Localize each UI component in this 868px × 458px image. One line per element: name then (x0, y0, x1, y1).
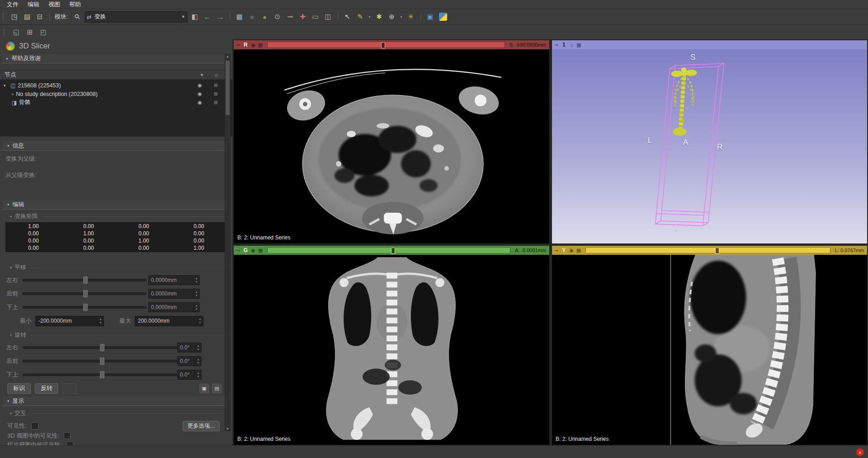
module-search-icon[interactable]: ⚲ (70, 9, 85, 24)
value-spinbox[interactable]: 0.0° ▴▾ (177, 370, 202, 380)
transform-column-icon[interactable]: ⊞ (214, 100, 218, 105)
chevron-down-icon[interactable]: ▼ (179, 12, 185, 22)
spin-up-icon[interactable]: ▴ (198, 371, 199, 375)
capture-view-icon[interactable]: ⊞ (24, 27, 35, 38)
matrix-cell[interactable]: 1.00 (171, 244, 226, 252)
translation-subsection[interactable]: ▾ 平移 (5, 264, 228, 271)
identity-button[interactable]: 标识 (7, 383, 31, 394)
tree-row-patient[interactable]: ▾ ◫ 215608 (225453) ◉ ⊞ (0, 81, 232, 90)
rotation-subsection[interactable]: ▾ 旋转 (5, 331, 228, 339)
matrix-cell[interactable]: 0.00 (171, 237, 226, 244)
menu-item[interactable]: 编辑 (24, 0, 43, 9)
matrix-cell[interactable]: 0.00 (6, 230, 61, 237)
spin-buttons[interactable]: ▴▾ (195, 370, 201, 379)
display-section-header[interactable]: ▾ 显示 (3, 396, 230, 406)
more-options-button[interactable]: 更多选项... (183, 421, 220, 431)
screenshot-icon[interactable]: ⊙ (272, 11, 283, 22)
scene-view-icon[interactable]: ◱ (11, 27, 22, 38)
tree-expand-icon[interactable]: ▾ (4, 83, 8, 88)
matrix-cell[interactable]: 0.00 (61, 244, 116, 252)
spin-buttons[interactable]: ▴▾ (193, 289, 199, 298)
matrix-cell[interactable]: 0.00 (171, 223, 226, 230)
matrix-cell[interactable]: 0.00 (116, 244, 171, 252)
matrix-cell[interactable]: 1.00 (116, 237, 171, 244)
spin-buttons[interactable]: ▴▾ (197, 316, 203, 326)
module-forward-icon[interactable]: → (215, 11, 226, 22)
slider-track[interactable] (23, 306, 146, 309)
visibility-eye-icon[interactable]: ◉ (198, 91, 202, 97)
visibility-checkbox[interactable] (31, 422, 38, 429)
nodes-filter-dropdown-icon[interactable]: ▾ (201, 72, 203, 78)
window-level-icon[interactable]: ◫ (323, 11, 334, 22)
slider-handle[interactable] (100, 371, 104, 378)
coronal-slice-canvas[interactable]: B: 2: Unnamed Series (234, 255, 549, 445)
slice-offset-handle[interactable] (391, 248, 395, 254)
scrollbar-thumb[interactable] (226, 61, 230, 115)
pin-icon[interactable]: ⊸ (236, 42, 240, 48)
spin-up-icon[interactable]: ▴ (198, 358, 199, 361)
visibility-option-checkbox[interactable] (64, 432, 71, 439)
menu-item[interactable]: 视图 (44, 0, 64, 9)
slider-handle[interactable] (83, 304, 88, 311)
edit-section-header[interactable]: ▾ 编辑 (3, 200, 230, 210)
slice-offset-slider[interactable] (585, 247, 830, 253)
spin-down-icon[interactable]: ▾ (196, 294, 198, 297)
slider-track[interactable] (23, 346, 177, 349)
layout-icon[interactable]: ▦ (258, 42, 263, 48)
eye-icon[interactable]: ◉ (251, 248, 255, 253)
threed-canvas[interactable]: S L A R I (552, 49, 867, 243)
spin-down-icon[interactable]: ▾ (198, 361, 199, 365)
slider-handle[interactable] (83, 290, 88, 297)
dicom-icon[interactable]: ▤ (22, 11, 33, 22)
python-console-icon[interactable] (438, 11, 448, 22)
copy-transform-icon[interactable]: ▣ (199, 384, 209, 393)
matrix-cell[interactable]: 0.00 (116, 223, 171, 230)
save-icon[interactable]: ⊟ (34, 11, 45, 22)
spin-up-icon[interactable]: ▴ (196, 290, 198, 294)
visibility-eye-icon[interactable]: ◉ (198, 82, 202, 88)
value-spinbox[interactable]: 0.0000mm ▴▾ (148, 275, 200, 285)
info-section-header[interactable]: ▾ 信息 (3, 141, 230, 151)
pin-icon[interactable]: ⊸ (236, 248, 240, 253)
slider-track[interactable] (23, 279, 146, 281)
matrix-cell[interactable]: 0.00 (61, 223, 116, 230)
spin-buttons[interactable]: ▴▾ (195, 357, 201, 366)
panel-scrollbar[interactable]: ▲ ▼ (225, 54, 231, 431)
render-sphere-icon[interactable]: ● (259, 11, 270, 22)
min-field[interactable]: -200.0000mm ▴▾ (35, 316, 104, 326)
help-collapse-section[interactable]: ▸ 帮助及致谢 (2, 54, 230, 63)
matrix-cell[interactable]: 1.00 (61, 230, 116, 237)
markups-icon[interactable]: ✚ (297, 11, 308, 22)
tree-row-study[interactable]: ▫ No study description (20230808) ◉ ⊞ (0, 90, 232, 98)
matrix-cell[interactable]: 0.00 (61, 237, 116, 244)
scroll-up-icon[interactable]: ▲ (225, 55, 230, 58)
matrix-cell[interactable]: 1.00 (6, 223, 61, 230)
paste-transform-icon[interactable]: ▤ (212, 384, 222, 393)
extensions-manager-icon[interactable]: ▣ (425, 11, 436, 22)
place-point-icon[interactable]: ⊕ (387, 11, 397, 22)
toolbar-grip[interactable] (4, 28, 6, 36)
transform-column-icon[interactable]: ⊞ (214, 91, 218, 97)
spin-buttons[interactable]: ▴▾ (193, 276, 199, 285)
pin-icon[interactable]: ⊸ (554, 42, 558, 48)
pin-icon[interactable]: ⊸ (285, 11, 296, 22)
layout-icon[interactable]: ▦ (576, 42, 581, 48)
scroll-down-icon[interactable]: ▼ (225, 427, 230, 430)
matrix-cell[interactable]: 0.00 (171, 230, 226, 237)
matrix-cell[interactable]: 0.00 (6, 244, 61, 252)
pin-icon[interactable]: ⊸ (554, 248, 558, 253)
eye-icon[interactable]: ◉ (569, 248, 574, 253)
eye-icon[interactable]: ◉ (251, 42, 255, 48)
module-selector[interactable]: ⇄ 变换 ▼ (85, 11, 188, 23)
spin-up-icon[interactable]: ▴ (196, 304, 198, 307)
slice-visibility-icon[interactable]: ◧ (189, 11, 200, 22)
slice-offset-handle[interactable] (715, 248, 719, 254)
value-spinbox[interactable]: 0.0000mm ▴▾ (148, 302, 200, 312)
sparkle-tool-icon[interactable]: ✳ (406, 11, 416, 22)
axial-slice-canvas[interactable]: B: 2: Unnamed Series (234, 49, 549, 243)
slider-handle[interactable] (100, 344, 104, 351)
toolbar-grip[interactable] (3, 13, 5, 21)
transform-column-icon[interactable]: ⊞ (214, 82, 218, 88)
nodes-home-icon[interactable]: ⌂ (215, 72, 218, 78)
slider-track[interactable] (23, 360, 177, 363)
